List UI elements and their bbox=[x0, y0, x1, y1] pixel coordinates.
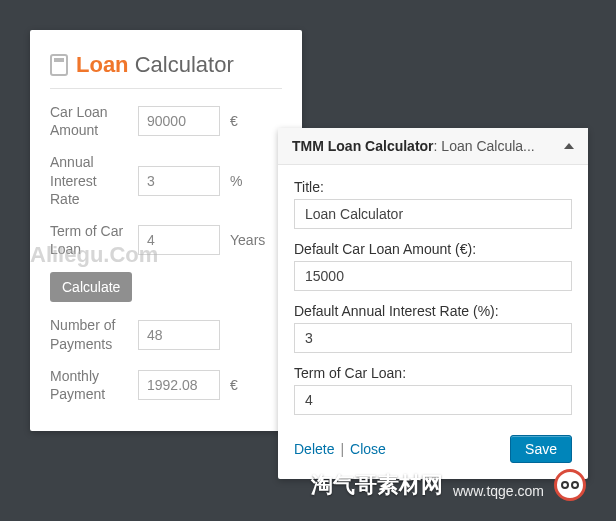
settings-header[interactable]: TMM Loan Calculator: Loan Calcula... bbox=[278, 128, 588, 165]
title-part2: Calculator bbox=[135, 52, 234, 77]
row-rate: Annual Interest Rate % bbox=[50, 153, 282, 208]
amount-unit: € bbox=[230, 113, 238, 129]
mascot-icon bbox=[554, 469, 586, 501]
footer-separator: | bbox=[340, 441, 344, 457]
widget-settings-card: TMM Loan Calculator: Loan Calcula... Tit… bbox=[278, 128, 588, 479]
term-unit: Years bbox=[230, 232, 265, 248]
collapse-icon[interactable] bbox=[564, 143, 574, 149]
settings-body: Title: Default Car Loan Amount (€): Defa… bbox=[278, 165, 588, 479]
delete-link[interactable]: Delete bbox=[294, 441, 334, 457]
settings-title-label: Title: bbox=[294, 179, 572, 195]
settings-header-suffix: : Loan Calcula... bbox=[434, 138, 535, 154]
settings-rate-label: Default Annual Interest Rate (%): bbox=[294, 303, 572, 319]
settings-rate-input[interactable] bbox=[294, 323, 572, 353]
row-num-payments: Number of Payments bbox=[50, 316, 282, 352]
settings-amount-label: Default Car Loan Amount (€): bbox=[294, 241, 572, 257]
monthly-output bbox=[138, 370, 220, 400]
watermark-url: www.tqge.com bbox=[453, 483, 544, 499]
amount-label: Car Loan Amount bbox=[50, 103, 128, 139]
monthly-unit: € bbox=[230, 377, 238, 393]
num-payments-output bbox=[138, 320, 220, 350]
settings-footer: Delete | Close Save bbox=[294, 435, 572, 463]
title-part1: Loan bbox=[76, 52, 129, 77]
rate-input[interactable] bbox=[138, 166, 220, 196]
settings-amount-input[interactable] bbox=[294, 261, 572, 291]
term-label: Term of Car Loan bbox=[50, 222, 128, 258]
settings-term-input[interactable] bbox=[294, 385, 572, 415]
term-input[interactable] bbox=[138, 225, 220, 255]
loan-calculator-card: Loan Calculator Car Loan Amount € Annual… bbox=[30, 30, 302, 431]
save-button[interactable]: Save bbox=[510, 435, 572, 463]
settings-term-label: Term of Car Loan: bbox=[294, 365, 572, 381]
num-payments-label: Number of Payments bbox=[50, 316, 128, 352]
close-link[interactable]: Close bbox=[350, 441, 386, 457]
watermark-badge: 淘气哥素材网 www.tqge.com bbox=[301, 463, 596, 507]
row-amount: Car Loan Amount € bbox=[50, 103, 282, 139]
watermark-cn: 淘气哥素材网 bbox=[311, 470, 443, 500]
amount-input[interactable] bbox=[138, 106, 220, 136]
row-term: Term of Car Loan Years bbox=[50, 222, 282, 258]
rate-unit: % bbox=[230, 173, 242, 189]
row-monthly: Monthly Payment € bbox=[50, 367, 282, 403]
monthly-label: Monthly Payment bbox=[50, 367, 128, 403]
calculate-button[interactable]: Calculate bbox=[50, 272, 132, 302]
calculator-icon bbox=[50, 54, 68, 76]
settings-title-input[interactable] bbox=[294, 199, 572, 229]
settings-header-prefix: TMM Loan Calculator bbox=[292, 138, 434, 154]
calculator-title: Loan Calculator bbox=[50, 52, 282, 89]
rate-label: Annual Interest Rate bbox=[50, 153, 128, 208]
